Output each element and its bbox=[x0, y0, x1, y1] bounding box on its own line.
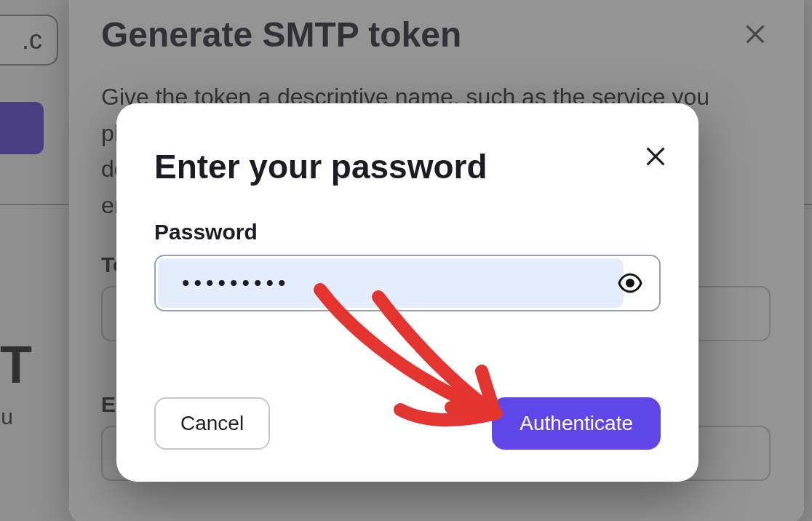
password-field-wrap bbox=[154, 255, 661, 311]
close-button[interactable] bbox=[643, 144, 668, 172]
enter-password-modal: Enter your password Password Cancel Auth… bbox=[116, 103, 698, 482]
password-input[interactable] bbox=[156, 256, 621, 310]
cancel-button[interactable]: Cancel bbox=[154, 397, 270, 450]
password-label: Password bbox=[154, 220, 661, 244]
authenticate-button[interactable]: Authenticate bbox=[492, 397, 661, 450]
close-icon bbox=[643, 144, 668, 169]
svg-point-0 bbox=[627, 280, 634, 287]
eye-icon bbox=[617, 270, 643, 296]
toggle-password-visibility-button[interactable] bbox=[617, 270, 643, 296]
password-modal-title: Enter your password bbox=[154, 147, 661, 186]
